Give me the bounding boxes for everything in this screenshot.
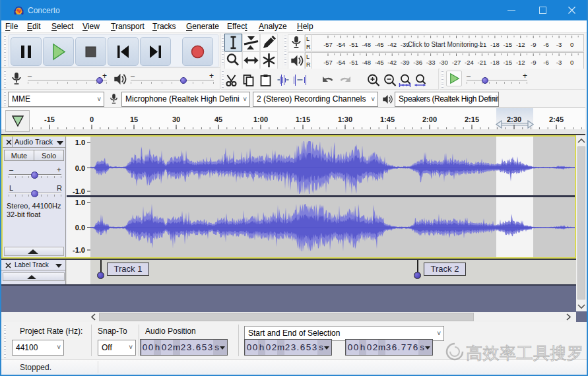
svg-text:-30: -30 [439,59,448,66]
svg-text:-39: -39 [401,59,410,66]
svg-text:-3: -3 [556,59,562,66]
svg-text:-42: -42 [387,41,397,48]
svg-text:-33: -33 [426,59,436,66]
svg-text:2:45: 2:45 [549,115,564,123]
svg-text:-18: -18 [490,41,500,48]
svg-text:1:00: 1:00 [253,115,268,123]
svg-text:-45: -45 [375,59,384,66]
svg-text:-15: -15 [503,59,512,66]
svg-text:-21: -21 [478,59,487,66]
svg-text:Click to Start Monitoring !: Click to Start Monitoring ! [408,41,482,48]
svg-text:1:30: 1:30 [338,115,352,123]
svg-text:-42: -42 [387,59,397,66]
svg-text:2:30: 2:30 [507,115,521,123]
svg-text:15: 15 [130,115,138,123]
svg-text:2:15: 2:15 [465,115,479,123]
svg-text:-15: -15 [44,115,55,123]
svg-text:-48: -48 [362,59,371,66]
svg-text:-57: -57 [323,41,333,48]
svg-text:0.0: 0.0 [75,164,85,172]
svg-text:45: 45 [214,115,222,123]
svg-text:0: 0 [570,41,573,48]
svg-text:-18: -18 [490,59,500,66]
svg-text:-1.0: -1.0 [73,187,85,195]
svg-text:-12: -12 [516,41,525,48]
svg-text:-3: -3 [556,41,562,48]
svg-text:0: 0 [90,115,94,123]
svg-text:-6: -6 [543,59,548,66]
svg-text:-51: -51 [349,41,358,48]
svg-text:-27: -27 [452,59,461,66]
svg-text:-12: -12 [516,59,525,66]
svg-text:-48: -48 [362,41,371,48]
svg-text:1.0: 1.0 [75,139,85,146]
svg-text:1:45: 1:45 [380,115,395,123]
svg-text:-15: -15 [503,41,512,48]
svg-text:30: 30 [172,115,180,123]
svg-text:-24: -24 [465,59,474,66]
svg-text:2:00: 2:00 [422,115,437,123]
svg-text:-51: -51 [349,59,358,66]
svg-text:1:15: 1:15 [296,115,310,123]
svg-text:-6: -6 [543,41,548,48]
svg-text:-57: -57 [323,59,333,66]
svg-text:-36: -36 [413,59,422,66]
svg-text:-54: -54 [337,59,346,66]
svg-text:0.0: 0.0 [75,224,85,232]
svg-text:-1.0: -1.0 [73,246,85,254]
svg-text:1.0: 1.0 [75,199,85,206]
svg-text:-45: -45 [375,41,384,48]
svg-text:-54: -54 [337,41,346,48]
svg-text:-9: -9 [531,59,536,66]
svg-text:-9: -9 [531,41,536,48]
svg-text:0: 0 [570,59,573,66]
